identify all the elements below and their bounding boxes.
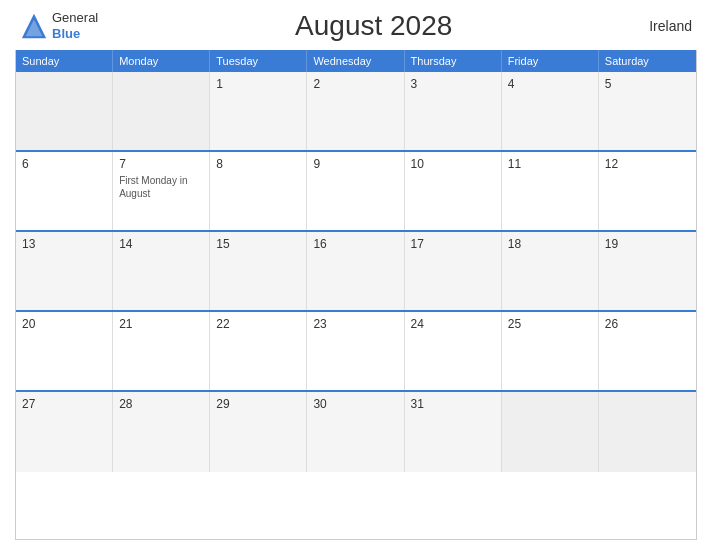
week-row-2: 67First Monday in August89101112 [16, 152, 696, 232]
day-cell: 3 [405, 72, 502, 150]
logo: General Blue [20, 10, 98, 41]
day-cell: 17 [405, 232, 502, 310]
day-cell: 30 [307, 392, 404, 472]
day-cell: 5 [599, 72, 696, 150]
day-number: 22 [216, 317, 300, 331]
day-number: 2 [313, 77, 397, 91]
day-event: First Monday in August [119, 174, 203, 200]
day-header-tuesday: Tuesday [210, 50, 307, 72]
day-number: 1 [216, 77, 300, 91]
day-number: 18 [508, 237, 592, 251]
day-cell: 14 [113, 232, 210, 310]
day-number: 23 [313, 317, 397, 331]
day-cell: 26 [599, 312, 696, 390]
logo-icon [20, 12, 48, 40]
day-cell: 1 [210, 72, 307, 150]
day-cell: 25 [502, 312, 599, 390]
day-cell: 24 [405, 312, 502, 390]
day-number: 26 [605, 317, 690, 331]
day-cell [502, 392, 599, 472]
day-number: 20 [22, 317, 106, 331]
day-header-monday: Monday [113, 50, 210, 72]
weeks-container: 1234567First Monday in August89101112131… [16, 72, 696, 472]
day-header-sunday: Sunday [16, 50, 113, 72]
day-number: 11 [508, 157, 592, 171]
day-cell [113, 72, 210, 150]
day-cell: 8 [210, 152, 307, 230]
day-cell: 19 [599, 232, 696, 310]
day-number: 28 [119, 397, 203, 411]
day-number: 6 [22, 157, 106, 171]
day-cell: 20 [16, 312, 113, 390]
day-number: 29 [216, 397, 300, 411]
day-number: 13 [22, 237, 106, 251]
day-number: 7 [119, 157, 203, 171]
day-number: 24 [411, 317, 495, 331]
day-cell: 29 [210, 392, 307, 472]
calendar: SundayMondayTuesdayWednesdayThursdayFrid… [15, 50, 697, 540]
day-cell: 12 [599, 152, 696, 230]
day-number: 10 [411, 157, 495, 171]
day-number: 27 [22, 397, 106, 411]
day-number: 15 [216, 237, 300, 251]
week-row-3: 13141516171819 [16, 232, 696, 312]
day-cell: 11 [502, 152, 599, 230]
day-cell: 21 [113, 312, 210, 390]
country-label: Ireland [649, 10, 692, 34]
day-number: 12 [605, 157, 690, 171]
day-cell: 13 [16, 232, 113, 310]
day-cell [16, 72, 113, 150]
logo-text: General Blue [52, 10, 98, 41]
week-row-1: 12345 [16, 72, 696, 152]
day-number: 4 [508, 77, 592, 91]
day-header-friday: Friday [502, 50, 599, 72]
day-number: 25 [508, 317, 592, 331]
day-cell [599, 392, 696, 472]
day-number: 21 [119, 317, 203, 331]
day-number: 31 [411, 397, 495, 411]
day-number: 9 [313, 157, 397, 171]
day-cell: 18 [502, 232, 599, 310]
day-cell: 28 [113, 392, 210, 472]
days-header: SundayMondayTuesdayWednesdayThursdayFrid… [16, 50, 696, 72]
day-number: 8 [216, 157, 300, 171]
day-header-wednesday: Wednesday [307, 50, 404, 72]
day-number: 16 [313, 237, 397, 251]
day-cell: 4 [502, 72, 599, 150]
day-cell: 2 [307, 72, 404, 150]
week-row-5: 2728293031 [16, 392, 696, 472]
day-number: 3 [411, 77, 495, 91]
day-number: 14 [119, 237, 203, 251]
header: General Blue August 2028 Ireland [15, 10, 697, 42]
calendar-page: General Blue August 2028 Ireland SundayM… [0, 0, 712, 550]
logo-general: General [52, 10, 98, 26]
day-cell: 27 [16, 392, 113, 472]
day-cell: 6 [16, 152, 113, 230]
logo-blue: Blue [52, 26, 98, 42]
day-header-saturday: Saturday [599, 50, 696, 72]
week-row-4: 20212223242526 [16, 312, 696, 392]
day-cell: 22 [210, 312, 307, 390]
day-cell: 9 [307, 152, 404, 230]
page-title: August 2028 [295, 10, 452, 42]
day-header-thursday: Thursday [405, 50, 502, 72]
day-cell: 10 [405, 152, 502, 230]
day-number: 5 [605, 77, 690, 91]
day-cell: 31 [405, 392, 502, 472]
day-number: 19 [605, 237, 690, 251]
day-cell: 15 [210, 232, 307, 310]
day-number: 30 [313, 397, 397, 411]
day-cell: 23 [307, 312, 404, 390]
day-number: 17 [411, 237, 495, 251]
day-cell: 16 [307, 232, 404, 310]
day-cell: 7First Monday in August [113, 152, 210, 230]
